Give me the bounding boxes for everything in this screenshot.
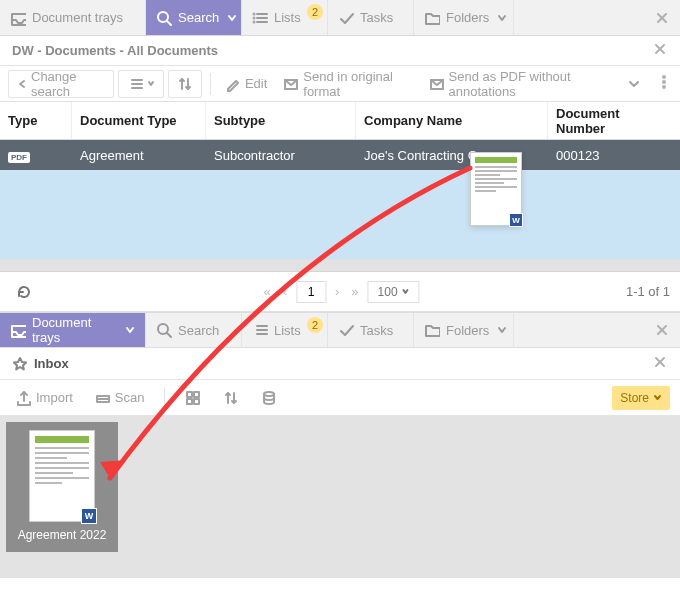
change-search-button[interactable]: Change search (8, 70, 114, 98)
col-doc-number[interactable]: Document Number (548, 102, 680, 139)
scanner-icon (95, 390, 111, 406)
tab-label: Lists (274, 323, 301, 338)
edit-button[interactable]: Edit (219, 70, 273, 98)
word-file-icon: W (509, 213, 523, 227)
lower-tab-lists[interactable]: Lists 2 (242, 313, 328, 347)
tab-label: Tasks (360, 10, 393, 25)
upload-icon (16, 390, 32, 406)
folder-icon (424, 10, 440, 26)
svg-rect-36 (194, 399, 199, 404)
grid-view-button[interactable] (179, 384, 207, 412)
table-row[interactable]: PDF Agreement Subcontractor Joe's Contra… (0, 140, 680, 170)
toolbar-more-dropdown[interactable] (622, 70, 646, 98)
send-pdf-button[interactable]: Send as PDF without annotations (423, 70, 618, 98)
star-icon[interactable] (12, 356, 28, 372)
tab-lists[interactable]: Lists 2 (242, 0, 328, 35)
refresh-icon (16, 284, 32, 300)
label: Import (36, 390, 73, 405)
svg-line-23 (167, 333, 171, 337)
last-page-button[interactable]: » (348, 284, 361, 299)
mail-icon (429, 76, 445, 92)
chevron-down-icon (147, 80, 155, 88)
col-type[interactable]: Type (0, 102, 72, 139)
chevron-down-icon (227, 13, 237, 23)
tab-label: Folders (446, 323, 489, 338)
tab-label: Document trays (32, 315, 117, 345)
tab-document-trays[interactable]: Document trays (0, 0, 146, 35)
inbox-close-button[interactable] (652, 354, 668, 373)
label: Send in original format (303, 69, 412, 99)
col-company[interactable]: Company Name (356, 102, 548, 139)
results-table-header: Type Document Type Subtype Company Name … (0, 102, 680, 140)
next-page-button[interactable]: › (332, 284, 342, 299)
folder-icon (424, 322, 440, 338)
cell-doc-type: Agreement (72, 148, 206, 163)
tray-document[interactable]: W Agreement 2022 (6, 422, 118, 552)
lists-badge: 2 (307, 4, 323, 20)
sort-button[interactable] (168, 70, 202, 98)
list-icon (252, 10, 268, 26)
cell-subtype: Subcontractor (206, 148, 356, 163)
refresh-button[interactable] (10, 278, 38, 306)
divider (164, 387, 165, 409)
chevron-down-icon (653, 393, 662, 402)
document-caption: Agreement 2022 (18, 528, 107, 542)
first-page-button[interactable]: « (260, 284, 273, 299)
page-input[interactable] (296, 281, 326, 303)
lower-tab-folders[interactable]: Folders (414, 313, 514, 347)
horizontal-scrollbar[interactable] (0, 260, 680, 272)
chevron-left-icon (17, 79, 27, 89)
inbox-title: Inbox (34, 356, 69, 371)
breadcrumb: DW - Documents - All Documents (12, 43, 218, 58)
grid-icon (185, 390, 201, 406)
lower-tab-tasks[interactable]: Tasks (328, 313, 414, 347)
label: Scan (115, 390, 145, 405)
col-doc-type[interactable]: Document Type (72, 102, 206, 139)
svg-rect-34 (194, 392, 199, 397)
page-size-value: 100 (378, 285, 398, 299)
lower-close-panel-button[interactable] (644, 313, 680, 347)
document-thumbnail: W (29, 430, 95, 522)
svg-point-19 (663, 76, 665, 78)
close-icon (652, 354, 668, 370)
svg-point-20 (663, 81, 665, 83)
svg-rect-33 (187, 392, 192, 397)
tab-search[interactable]: Search (146, 0, 242, 35)
svg-line-1 (167, 21, 171, 25)
close-icon (654, 322, 670, 338)
lower-tab-document-trays[interactable]: Document trays (0, 313, 146, 347)
send-original-button[interactable]: Send in original format (277, 70, 418, 98)
tray-sort-button[interactable] (217, 384, 245, 412)
word-file-icon: W (81, 508, 97, 524)
divider (210, 73, 211, 95)
search-icon (156, 10, 172, 26)
pencil-icon (225, 76, 241, 92)
database-icon (261, 390, 277, 406)
document-tray-area[interactable]: W Agreement 2022 (0, 416, 680, 578)
svg-rect-35 (187, 399, 192, 404)
list-view-button[interactable] (118, 70, 164, 98)
toolbar-overflow-button[interactable] (656, 74, 672, 93)
svg-point-6 (254, 17, 255, 18)
prev-page-button[interactable]: ‹ (280, 284, 290, 299)
tab-folders[interactable]: Folders (414, 0, 514, 35)
label: Change search (31, 69, 105, 99)
tab-tasks[interactable]: Tasks (328, 0, 414, 35)
label: Edit (245, 76, 267, 91)
page-size-select[interactable]: 100 (368, 281, 420, 303)
close-search-button[interactable] (652, 41, 668, 60)
close-icon (654, 10, 670, 26)
import-button[interactable]: Import (10, 384, 79, 412)
tab-label: Search (178, 10, 219, 25)
col-subtype[interactable]: Subtype (206, 102, 356, 139)
scan-button[interactable]: Scan (89, 384, 151, 412)
database-button[interactable] (255, 384, 283, 412)
close-panel-button[interactable] (644, 0, 680, 35)
pager: « ‹ › » 100 1-1 of 1 (0, 272, 680, 312)
list-icon (127, 76, 143, 92)
tab-label: Document trays (32, 10, 123, 25)
store-button[interactable]: Store (612, 386, 670, 410)
close-icon (652, 41, 668, 57)
sort-icon (223, 390, 239, 406)
lower-tab-search[interactable]: Search (146, 313, 242, 347)
